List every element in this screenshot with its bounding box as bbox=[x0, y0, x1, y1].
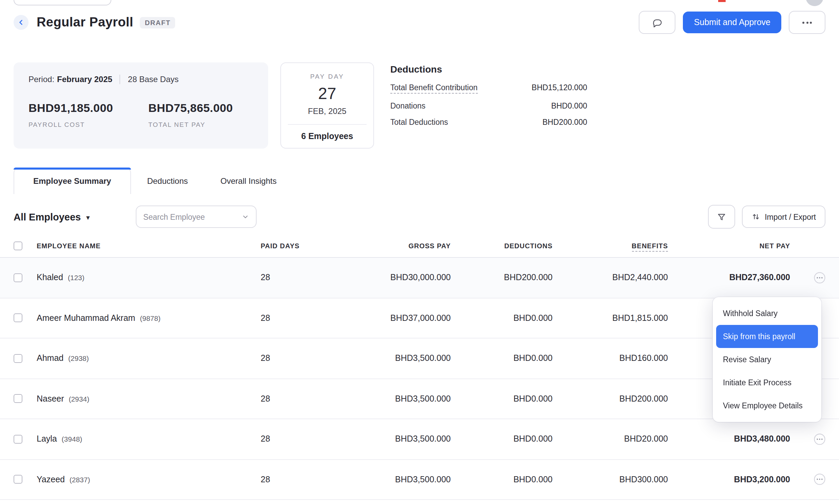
caret-down-icon: ▼ bbox=[85, 214, 91, 221]
deductions-title: Deductions bbox=[390, 64, 587, 75]
table-row[interactable]: Khaled (123) 28 BHD30,000.000 BHD200.000… bbox=[0, 258, 839, 298]
employee-id: (2934) bbox=[67, 395, 90, 403]
cutoff-red-indicator bbox=[718, 0, 726, 2]
menu-item-initiate-exit-process[interactable]: Initiate Exit Process bbox=[716, 371, 818, 394]
deduction-label: Donations bbox=[390, 102, 425, 110]
deduction-value: BHD0.000 bbox=[551, 102, 587, 110]
table-row[interactable]: Layla (3948) 28 BHD3,500.000 BHD0.000 BH… bbox=[0, 419, 839, 460]
import-export-icon bbox=[751, 212, 760, 221]
submit-and-approve-button[interactable]: Submit and Approve bbox=[683, 12, 781, 33]
gross-pay-cell: BHD3,500.000 bbox=[349, 475, 451, 484]
row-actions-button[interactable] bbox=[814, 474, 825, 485]
total-net-pay-label: TOTAL NET PAY bbox=[148, 121, 233, 128]
period-label: Period: bbox=[29, 75, 54, 84]
paid-days-cell: 28 bbox=[261, 273, 349, 283]
col-paid-days: PAID DAYS bbox=[261, 242, 349, 249]
employee-name-cell: Naseer (2934) bbox=[37, 394, 261, 403]
tab-deductions[interactable]: Deductions bbox=[131, 168, 204, 194]
paid-days-cell: 28 bbox=[261, 434, 349, 444]
deductions-cell: BHD0.000 bbox=[451, 313, 553, 323]
total-net-pay-block: BHD75,865.000 TOTAL NET PAY bbox=[148, 102, 233, 128]
menu-item-withhold-salary[interactable]: Withhold Salary bbox=[716, 302, 818, 325]
row-actions-button[interactable] bbox=[814, 433, 825, 445]
payday-day: 27 bbox=[288, 84, 367, 103]
filter-button[interactable] bbox=[707, 205, 735, 229]
deductions-cell: BHD0.000 bbox=[451, 354, 553, 363]
employee-name: Ahmad bbox=[37, 354, 64, 363]
gross-pay-cell: BHD3,500.000 bbox=[349, 354, 451, 363]
tabs: Employee SummaryDeductionsOverall Insigh… bbox=[14, 167, 825, 194]
deduction-row: Total DeductionsBHD200.000 bbox=[390, 118, 587, 126]
import-export-button[interactable]: Import / Export bbox=[741, 205, 825, 228]
employee-name-cell: Ameer Muhammad Akram (9878) bbox=[37, 313, 261, 323]
payroll-cost-value: BHD91,185.000 bbox=[29, 102, 113, 115]
row-checkbox[interactable] bbox=[14, 354, 22, 363]
comment-bubble-icon bbox=[652, 17, 663, 28]
payroll-summary: Period: February 2025 28 Base Days BHD91… bbox=[14, 62, 825, 148]
chevron-left-icon bbox=[17, 18, 25, 26]
gross-pay-cell: BHD30,000.000 bbox=[349, 273, 451, 283]
employee-filter-dropdown[interactable]: All Employees ▼ bbox=[14, 211, 91, 222]
employee-id: (2837) bbox=[68, 475, 90, 484]
deductions-cell: BHD200.000 bbox=[451, 273, 553, 283]
deductions-cell: BHD0.000 bbox=[451, 434, 553, 444]
row-context-menu: Withhold SalarySkip from this payrollRev… bbox=[713, 297, 821, 422]
col-net-pay: NET PAY bbox=[668, 242, 790, 249]
employee-id: (3948) bbox=[60, 435, 83, 443]
select-all-checkbox[interactable] bbox=[14, 241, 22, 250]
payroll-cost-block: BHD91,185.000 PAYROLL COST bbox=[29, 102, 113, 128]
gross-pay-cell: BHD37,000.000 bbox=[349, 313, 451, 323]
deduction-value: BHD200.000 bbox=[542, 118, 587, 126]
paid-days-cell: 28 bbox=[261, 313, 349, 323]
row-checkbox[interactable] bbox=[14, 475, 22, 484]
employee-name: Khaled bbox=[37, 273, 63, 283]
deduction-row: Total Benefit ContributionBHD15,120.000 bbox=[390, 84, 587, 94]
payday-label: PAY DAY bbox=[288, 73, 367, 80]
base-days: 28 Base Days bbox=[128, 75, 178, 84]
table-header-row: EMPLOYEE NAME PAID DAYS GROSS PAY DEDUCT… bbox=[0, 234, 839, 258]
benefits-cell: BHD2,440.000 bbox=[553, 273, 668, 283]
table-row[interactable]: Yazeed (2837) 28 BHD3,500.000 BHD0.000 B… bbox=[0, 460, 839, 500]
row-checkbox[interactable] bbox=[14, 394, 22, 403]
status-badge: DRAFT bbox=[140, 17, 175, 28]
employee-name-cell: Layla (3948) bbox=[37, 434, 261, 444]
net-pay-cell: BHD27,360.000 bbox=[668, 273, 790, 283]
divider bbox=[120, 75, 121, 84]
back-button[interactable] bbox=[14, 15, 29, 30]
row-actions-button[interactable] bbox=[814, 272, 825, 284]
col-deductions: DEDUCTIONS bbox=[451, 242, 553, 249]
employee-id: (2938) bbox=[66, 355, 89, 363]
benefits-cell: BHD200.000 bbox=[553, 394, 668, 403]
deductions-summary: Deductions Total Benefit ContributionBHD… bbox=[390, 62, 587, 148]
menu-item-skip-from-this-payroll[interactable]: Skip from this payroll bbox=[716, 325, 818, 348]
benefits-cell: BHD20.000 bbox=[553, 434, 668, 444]
employee-name: Ameer Muhammad Akram bbox=[37, 313, 135, 323]
benefits-cell: BHD300.000 bbox=[553, 475, 668, 484]
net-pay-cell: BHD3,480.000 bbox=[668, 434, 790, 444]
funnel-icon bbox=[716, 212, 726, 221]
paid-days-cell: 28 bbox=[261, 475, 349, 484]
col-employee-name: EMPLOYEE NAME bbox=[37, 242, 261, 249]
gross-pay-cell: BHD3,500.000 bbox=[349, 394, 451, 403]
menu-item-revise-salary[interactable]: Revise Salary bbox=[716, 348, 818, 371]
benefits-cell: BHD1,815.000 bbox=[553, 313, 668, 323]
search-employee-select[interactable]: Search Employee bbox=[136, 205, 257, 228]
import-export-label: Import / Export bbox=[765, 213, 816, 221]
tab-employee-summary[interactable]: Employee Summary bbox=[14, 167, 131, 194]
paid-days-cell: 28 bbox=[261, 394, 349, 403]
employee-name: Layla bbox=[37, 434, 57, 444]
row-checkbox[interactable] bbox=[14, 435, 22, 444]
menu-item-view-employee-details[interactable]: View Employee Details bbox=[716, 394, 818, 417]
payroll-page: Regular Payroll DRAFT Submit and Approve… bbox=[0, 0, 839, 504]
deduction-label: Total Benefit Contribution bbox=[390, 84, 477, 94]
row-checkbox[interactable] bbox=[14, 273, 22, 282]
deduction-row: DonationsBHD0.000 bbox=[390, 102, 587, 110]
chevron-down-icon bbox=[242, 213, 249, 220]
deduction-value: BHD15,120.000 bbox=[531, 84, 587, 92]
row-checkbox[interactable] bbox=[14, 314, 22, 323]
tab-overall-insights[interactable]: Overall Insights bbox=[204, 168, 293, 194]
more-actions-button[interactable] bbox=[789, 11, 825, 34]
payday-date: FEB, 2025 bbox=[288, 107, 367, 116]
payday-employee-count: 6 Employees bbox=[288, 124, 367, 148]
comments-button[interactable] bbox=[639, 11, 676, 34]
